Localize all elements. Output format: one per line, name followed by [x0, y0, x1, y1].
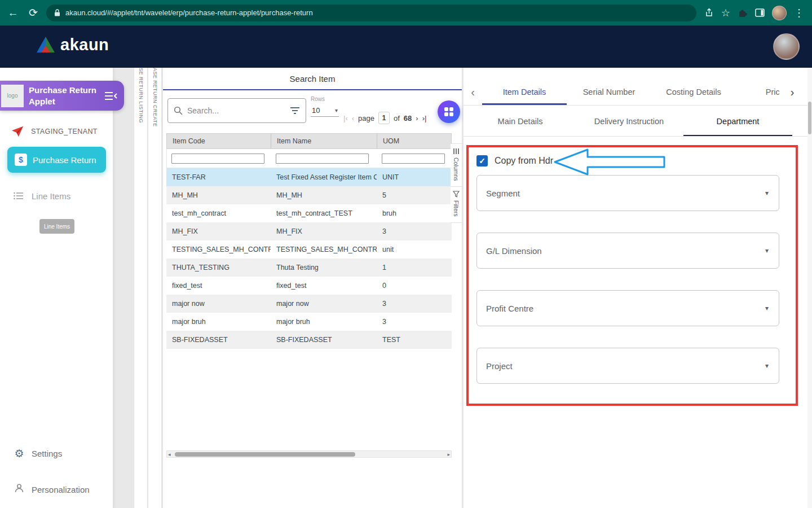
vertical-tab-purchase-return-create[interactable]: ASE RETURN CREATE [148, 68, 162, 508]
filters-tool-button[interactable]: Filters [451, 186, 462, 223]
sidebar: STAGING_TENANT $ Purchase Return Line It… [0, 68, 113, 508]
side-panel-icon[interactable] [755, 8, 765, 17]
menu-fold-icon[interactable] [105, 91, 117, 101]
tenant-plane-icon [11, 125, 24, 138]
table-row[interactable]: THUTA_TESTING Thuta Testing 1 [166, 259, 452, 277]
column-header-item-name[interactable]: Item Name [271, 134, 377, 148]
table-row[interactable]: fixed_test fixed_test 0 [166, 277, 452, 295]
subtab-delivery-instruction[interactable]: Delivery Instruction [575, 106, 683, 136]
last-page-icon[interactable]: ›| [422, 114, 427, 122]
grid-view-button[interactable] [438, 100, 460, 123]
user-avatar[interactable] [773, 33, 800, 60]
akaun-logo-icon [36, 36, 55, 54]
extension-puzzle-icon[interactable] [738, 8, 748, 18]
browser-toolbar: ← ⟳ akaun.cloud/#/applet/tnt/wavelet/erp… [0, 0, 812, 25]
screen: ← ⟳ akaun.cloud/#/applet/tnt/wavelet/erp… [0, 0, 812, 508]
column-header-uom[interactable]: UOM [377, 134, 452, 148]
cell-uom: unit [377, 246, 452, 253]
columns-tool-button[interactable]: Columns [451, 143, 462, 186]
item-details-panel: ‹ Item Details Serial Number Costing Det… [464, 68, 812, 508]
caret-down-icon: ▾ [765, 189, 769, 197]
tab-pricing[interactable]: Pricing [736, 79, 779, 105]
tenant-name: STAGING_TENANT [31, 128, 98, 135]
cell-uom: 0 [377, 282, 452, 290]
horizontal-scrollbar-thumb[interactable] [175, 452, 355, 457]
personalization-label: Personalization [32, 485, 90, 494]
copy-from-hdr-label: Copy from Hdr [495, 156, 553, 166]
purchase-return-icon: $ [15, 154, 27, 166]
line-items-chip-button[interactable]: Line Items [39, 219, 74, 234]
caret-down-icon: ▾ [765, 247, 769, 255]
column-header-item-code[interactable]: Item Code [167, 134, 271, 148]
cell-item-code: MH_FIX [166, 227, 271, 235]
browser-profile-avatar[interactable] [772, 6, 787, 20]
cell-item-code: major now [166, 300, 271, 308]
current-page-box[interactable]: 1 [378, 112, 390, 124]
next-page-icon[interactable]: › [416, 114, 418, 122]
scroll-right-icon[interactable]: ▸ [447, 451, 450, 458]
list-icon [14, 192, 24, 200]
browser-actions: ☆ ⋮ [702, 6, 806, 20]
tabs-scroll-left-icon[interactable]: ‹ [464, 79, 482, 105]
project-label: Project [486, 361, 513, 371]
table-row[interactable]: MH_FIX MH_FIX 3 [166, 222, 452, 240]
segment-dropdown[interactable]: Segment ▾ [476, 175, 779, 211]
cell-item-code: major bruh [166, 318, 271, 326]
applet-banner[interactable]: logo Purchase Return Applet [0, 81, 124, 111]
cell-uom: 3 [377, 227, 452, 235]
applet-logo-placeholder: logo [1, 85, 24, 107]
vertical-scrollbar[interactable] [807, 68, 812, 508]
tab-costing-details[interactable]: Costing Details [651, 79, 736, 105]
sidebar-item-settings[interactable]: ⚙ Settings [0, 445, 113, 462]
back-icon[interactable]: ← [6, 0, 20, 25]
sidebar-item-purchase-return[interactable]: $ Purchase Return [7, 147, 106, 173]
filter-list-icon[interactable] [290, 107, 300, 115]
rows-label: Rows [311, 96, 340, 102]
scroll-left-icon[interactable]: ◂ [168, 451, 171, 458]
copy-from-hdr-row: ✓ Copy from Hdr [476, 154, 553, 168]
vertical-tab-label: ASE RETURN CREATE [152, 68, 158, 127]
cell-item-name: major bruh [271, 318, 377, 326]
share-icon[interactable] [704, 8, 714, 17]
vertical-tab-purchase-return-listing[interactable]: SE RETURN LISTING [134, 68, 148, 508]
profit-centre-dropdown[interactable]: Profit Centre ▾ [476, 290, 779, 326]
filter-input-uom[interactable] [382, 154, 445, 164]
gl-dimension-dropdown[interactable]: G/L Dimension ▾ [476, 233, 779, 269]
table-row[interactable]: TESTING_SALES_MH_CONTRACT TESTING_SALES_… [166, 240, 452, 259]
table-row[interactable]: major bruh major bruh 3 [166, 313, 452, 331]
table-row[interactable]: SB-FIXEDASSET SB-FIXEDASSET TEST [166, 331, 452, 349]
project-dropdown[interactable]: Project ▾ [476, 348, 779, 384]
cell-item-name: SB-FIXEDASSET [271, 336, 377, 344]
akaun-logo[interactable]: akaun [36, 36, 109, 54]
sidebar-item-line-items[interactable]: Line Items [0, 187, 113, 204]
bookmark-star-icon[interactable]: ☆ [721, 7, 730, 19]
subtab-main-details[interactable]: Main Details [466, 106, 575, 136]
filter-input-item-name[interactable] [276, 154, 369, 164]
cell-item-code: TESTING_SALES_MH_CONTRACT [166, 246, 271, 253]
reload-icon[interactable]: ⟳ [26, 0, 41, 25]
prev-page-icon[interactable]: ‹ [352, 114, 354, 122]
search-input[interactable] [187, 106, 290, 115]
tabs-scroll-right-icon[interactable]: › [779, 79, 805, 105]
horizontal-scrollbar[interactable]: ◂ ▸ [166, 450, 452, 458]
vertical-scrollbar-thumb[interactable] [808, 102, 811, 134]
cell-uom: bruh [377, 209, 452, 217]
filter-input-item-code[interactable] [171, 154, 264, 164]
table-row[interactable]: MH_MH MH_MH 5 [166, 186, 452, 204]
table-row[interactable]: TEST-FAR Test Fixed Asset Register Item … [166, 168, 452, 186]
first-page-icon[interactable]: |‹ [343, 114, 348, 122]
table-header: Item Code Item Name UOM [166, 133, 452, 149]
browser-menu-icon[interactable]: ⋮ [794, 7, 804, 19]
blue-arrow-annotation [553, 147, 668, 177]
rows-select[interactable]: 10 ▾ [311, 106, 339, 117]
sidebar-item-tenant[interactable]: STAGING_TENANT [0, 123, 113, 140]
sidebar-item-personalization[interactable]: Personalization [0, 481, 113, 498]
tab-item-details[interactable]: Item Details [482, 79, 567, 105]
address-bar[interactable]: akaun.cloud/#/applet/tnt/wavelet/erp/pur… [46, 5, 696, 21]
tab-serial-number[interactable]: Serial Number [567, 79, 651, 105]
table-row[interactable]: test_mh_contract test_mh_contract_TEST b… [166, 204, 452, 222]
subtab-department[interactable]: Department [683, 106, 792, 136]
table-row[interactable]: major now major now 3 [166, 295, 452, 313]
cell-item-name: fixed_test [271, 282, 377, 290]
copy-from-hdr-checkbox[interactable]: ✓ [476, 155, 488, 167]
